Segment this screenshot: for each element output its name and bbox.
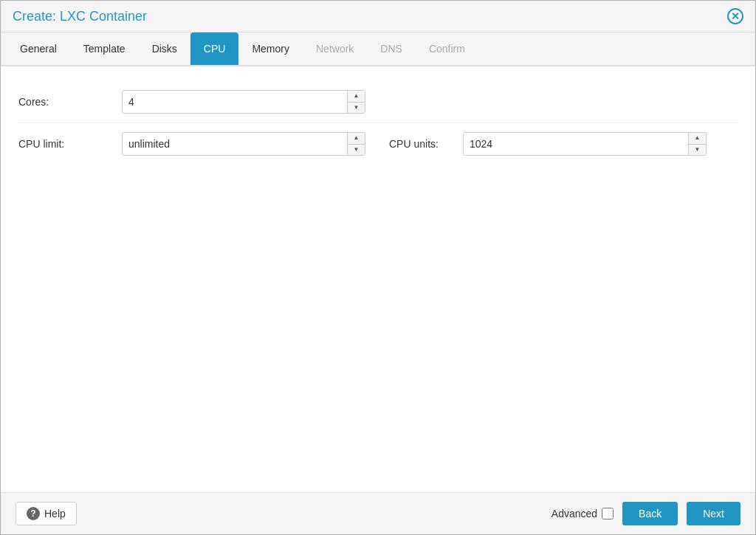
cpu-units-label: CPU units: [389, 138, 463, 150]
cpu-units-spinner: ▲ ▼ [688, 133, 706, 155]
advanced-text: Advanced [551, 508, 597, 520]
cores-field: ▲ ▼ [122, 90, 365, 114]
cpu-limit-spinner: ▲ ▼ [347, 133, 365, 155]
cpu-units-increment[interactable]: ▲ [689, 133, 706, 145]
cores-increment[interactable]: ▲ [348, 91, 365, 103]
cores-row: Cores: ▲ ▼ [18, 81, 738, 123]
tab-disks[interactable]: Disks [139, 32, 190, 65]
cpu-limit-decrement[interactable]: ▼ [348, 145, 365, 156]
footer-right: Advanced Back Next [551, 502, 740, 525]
dialog-header: Create: LXC Container ✕ [1, 1, 755, 32]
dialog-title: Create: LXC Container [13, 9, 147, 24]
close-icon: ✕ [731, 10, 740, 22]
cpu-limit-increment[interactable]: ▲ [348, 133, 365, 145]
tab-bar: General Template Disks CPU Memory Networ… [1, 32, 755, 66]
tab-general[interactable]: General [7, 32, 70, 65]
advanced-checkbox[interactable] [602, 508, 614, 520]
cpu-units-decrement[interactable]: ▼ [689, 145, 706, 156]
dialog-body: Cores: ▲ ▼ CPU limit: [1, 66, 755, 492]
tab-dns: DNS [367, 32, 416, 65]
cpu-units-field: ▲ ▼ [463, 132, 707, 156]
cores-spinner: ▲ ▼ [347, 91, 365, 113]
cpu-limit-label: CPU limit: [18, 138, 122, 150]
help-button[interactable]: ? Help [16, 502, 77, 525]
tab-network: Network [303, 32, 367, 65]
tab-template[interactable]: Template [70, 32, 139, 65]
tab-cpu[interactable]: CPU [190, 32, 239, 65]
up-arrow-icon: ▲ [695, 135, 701, 141]
help-label: Help [44, 508, 66, 520]
cpu-limit-row: CPU limit: ▲ ▼ CPU units: ▲ [18, 123, 738, 165]
lxc-container-dialog: Create: LXC Container ✕ General Template… [0, 0, 756, 535]
help-icon: ? [27, 507, 40, 520]
up-arrow-icon: ▲ [354, 93, 360, 99]
next-button[interactable]: Next [687, 502, 740, 525]
tab-memory[interactable]: Memory [238, 32, 303, 65]
back-button[interactable]: Back [622, 502, 678, 525]
cores-decrement[interactable]: ▼ [348, 103, 365, 114]
down-arrow-icon: ▼ [354, 147, 360, 153]
close-button[interactable]: ✕ [727, 8, 743, 24]
cpu-limit-field: ▲ ▼ [122, 132, 365, 156]
cores-label: Cores: [18, 96, 122, 108]
cpu-limit-input[interactable] [122, 132, 365, 156]
tab-confirm: Confirm [416, 32, 478, 65]
cpu-units-input[interactable] [463, 132, 707, 156]
cores-input[interactable] [122, 90, 365, 114]
down-arrow-icon: ▼ [695, 147, 701, 153]
down-arrow-icon: ▼ [354, 105, 360, 111]
up-arrow-icon: ▲ [354, 135, 360, 141]
advanced-label[interactable]: Advanced [551, 508, 614, 520]
dialog-footer: ? Help Advanced Back Next [1, 492, 755, 534]
